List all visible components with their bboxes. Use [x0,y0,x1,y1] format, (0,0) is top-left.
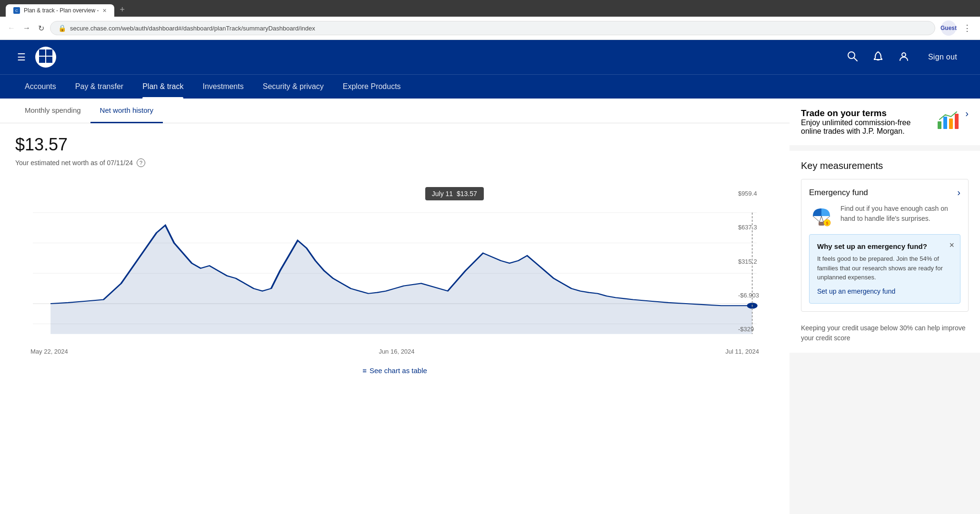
parachute-icon: $ [809,204,834,228]
hamburger-button[interactable]: ☰ [15,49,28,65]
svg-line-24 [821,216,823,222]
credit-note: Keeping your credit usage below 30% can … [801,317,969,343]
emergency-fund-header: Emergency fund › [809,187,960,198]
key-measurements-title: Key measurements [801,160,969,171]
nav-accounts[interactable]: Accounts [15,75,66,99]
chase-logo-svg [39,49,52,63]
tab-monthly-spending[interactable]: Monthly spending [15,99,90,123]
header-top: ☰ [0,40,980,74]
chart-bars-icon [937,108,960,131]
svg-point-12 [902,53,906,57]
trade-icon [937,108,960,131]
svg-line-10 [854,58,857,61]
sign-out-button[interactable]: Sign out [920,49,965,65]
table-icon: ≡ [362,366,367,375]
address-bar[interactable]: 🔒 secure.chase.com/web/auth/dashboard#/d… [50,21,935,35]
refresh-button[interactable]: ↻ [36,22,46,35]
trade-card-content: Trade on your terms Enjoy unlimited comm… [801,108,929,136]
account-button[interactable] [895,47,913,68]
x-labels: May 22, 2024 Jun 16, 2024 Jul 11, 2024 [15,344,774,359]
y-labels: $959.4 $637.3 $315.2 -$6.903 -$329 [738,190,759,333]
trade-card[interactable]: Trade on your terms Enjoy unlimited comm… [790,99,980,145]
nav-pay-transfer[interactable]: Pay & transfer [66,75,133,99]
svg-rect-19 [938,121,941,129]
nav-security-privacy[interactable]: Security & privacy [253,75,333,99]
trade-card-title: Trade on your terms [801,108,929,119]
search-button[interactable] [843,47,861,68]
svg-rect-8 [46,57,52,63]
key-measurements: Key measurements Emergency fund › [790,151,980,353]
chart-tabs: Monthly spending Net worth history [0,99,790,123]
trade-card-chevron[interactable]: › [965,108,969,119]
svg-rect-5 [39,49,45,56]
svg-rect-7 [39,57,45,63]
emergency-fund-popup: × Why set up an emergency fund? It feels… [809,234,960,304]
emergency-fund-card: Emergency fund › [801,179,969,312]
nav-investments[interactable]: Investments [193,75,253,99]
browser-window: C Plan & track - Plan overview - × + ← →… [0,0,980,514]
browser-nav: ← → ↻ 🔒 secure.chase.com/web/auth/dashbo… [0,17,980,40]
tab-favicon: C [13,7,20,14]
trade-card-right: › [937,108,969,131]
net-worth-value: $13.57 [15,135,774,155]
svg-line-25 [813,216,820,222]
tab-close-icon[interactable]: × [102,7,106,14]
popup-text: It feels good to be prepared. Join the 5… [817,254,952,282]
svg-rect-20 [943,117,947,129]
trade-card-description: Enjoy unlimited commission-free online t… [801,119,929,136]
logo-text [39,49,52,65]
left-panel: Monthly spending Net worth history $13.5… [0,99,790,514]
profile-button[interactable]: Guest [941,20,956,36]
nav-plan-track[interactable]: Plan & track [133,75,193,99]
svg-line-23 [820,216,821,222]
address-text: secure.chase.com/web/auth/dashboard#/das… [70,25,315,32]
emergency-fund-chevron[interactable]: › [957,187,960,198]
menu-button[interactable]: ⋮ [960,21,974,35]
emergency-fund-title: Emergency fund [809,188,868,198]
main-content: Monthly spending Net worth history $13.5… [0,99,980,514]
app-container: ☰ [0,40,980,514]
forward-button[interactable]: → [21,22,32,34]
chase-logo [35,47,56,68]
nav-explore-products[interactable]: Explore Products [333,75,410,99]
svg-rect-27 [819,222,824,226]
net-worth-label: Your estimated net worth as of 07/11/24 … [15,158,774,167]
active-tab[interactable]: C Plan & track - Plan overview - × [6,4,114,17]
search-icon [847,51,858,61]
see-chart-table-link[interactable]: ≡ See chart as table [362,366,427,375]
popup-link[interactable]: Set up an emergency fund [817,287,895,295]
tab-bar: C Plan & track - Plan overview - × + [0,0,980,17]
tab-title: Plan & track - Plan overview - [24,7,99,14]
popup-close-button[interactable]: × [949,240,954,250]
net-worth-display: $13.57 Your estimated net worth as of 07… [0,123,790,175]
emergency-fund-body: $ Find out if you have enough cash on ha… [809,204,960,228]
tab-net-worth-history[interactable]: Net worth history [90,99,163,123]
svg-rect-21 [949,119,953,129]
main-nav: Accounts Pay & transfer Plan & track Inv… [0,74,980,99]
chart-area: July 11 $13.57 [0,175,790,359]
right-panel: Trade on your terms Enjoy unlimited comm… [790,99,980,514]
help-icon[interactable]: ? [137,158,145,167]
bell-icon [873,51,883,61]
back-button[interactable]: ← [6,22,17,34]
svg-text:$: $ [826,221,828,226]
user-icon [899,51,909,61]
app-header: ☰ [0,40,980,99]
emergency-fund-text: Find out if you have enough cash on hand… [840,204,960,224]
svg-rect-6 [46,49,52,56]
chart-container: July 11 $13.57 [15,182,774,344]
chart-footer: ≡ See chart as table [0,359,790,383]
popup-title: Why set up an emergency fund? [817,242,952,250]
new-tab-button[interactable]: + [116,3,129,17]
lock-icon: 🔒 [58,24,66,32]
notifications-button[interactable] [869,47,887,68]
emergency-fund-icon: $ [809,204,834,228]
svg-rect-22 [955,114,959,129]
chart-svg [15,182,774,344]
